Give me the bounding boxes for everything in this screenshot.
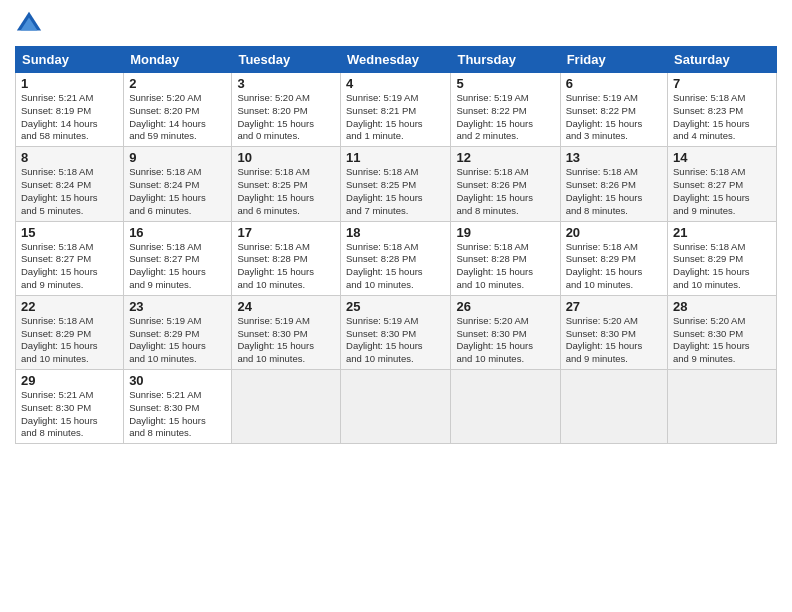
calendar-cell: 9Sunrise: 5:18 AMSunset: 8:24 PMDaylight…: [124, 147, 232, 221]
col-friday: Friday: [560, 47, 667, 73]
calendar-cell: 11Sunrise: 5:18 AMSunset: 8:25 PMDayligh…: [341, 147, 451, 221]
cell-details: Sunrise: 5:20 AMSunset: 8:30 PMDaylight:…: [566, 315, 662, 366]
calendar-cell: 24Sunrise: 5:19 AMSunset: 8:30 PMDayligh…: [232, 295, 341, 369]
cell-details: Sunrise: 5:21 AMSunset: 8:19 PMDaylight:…: [21, 92, 118, 143]
calendar-cell: 3Sunrise: 5:20 AMSunset: 8:20 PMDaylight…: [232, 73, 341, 147]
day-number: 15: [21, 225, 118, 240]
col-wednesday: Wednesday: [341, 47, 451, 73]
calendar-cell: 12Sunrise: 5:18 AMSunset: 8:26 PMDayligh…: [451, 147, 560, 221]
calendar-cell: 22Sunrise: 5:18 AMSunset: 8:29 PMDayligh…: [16, 295, 124, 369]
day-number: 30: [129, 373, 226, 388]
calendar-week-1: 1Sunrise: 5:21 AMSunset: 8:19 PMDaylight…: [16, 73, 777, 147]
calendar-cell: 28Sunrise: 5:20 AMSunset: 8:30 PMDayligh…: [668, 295, 777, 369]
day-number: 21: [673, 225, 771, 240]
day-number: 11: [346, 150, 445, 165]
day-number: 22: [21, 299, 118, 314]
cell-details: Sunrise: 5:19 AMSunset: 8:21 PMDaylight:…: [346, 92, 445, 143]
cell-details: Sunrise: 5:18 AMSunset: 8:23 PMDaylight:…: [673, 92, 771, 143]
day-number: 12: [456, 150, 554, 165]
calendar-cell: 5Sunrise: 5:19 AMSunset: 8:22 PMDaylight…: [451, 73, 560, 147]
col-sunday: Sunday: [16, 47, 124, 73]
day-number: 26: [456, 299, 554, 314]
day-number: 6: [566, 76, 662, 91]
day-number: 23: [129, 299, 226, 314]
cell-details: Sunrise: 5:20 AMSunset: 8:30 PMDaylight:…: [673, 315, 771, 366]
day-number: 14: [673, 150, 771, 165]
cell-details: Sunrise: 5:19 AMSunset: 8:29 PMDaylight:…: [129, 315, 226, 366]
cell-details: Sunrise: 5:18 AMSunset: 8:27 PMDaylight:…: [21, 241, 118, 292]
calendar-cell: 6Sunrise: 5:19 AMSunset: 8:22 PMDaylight…: [560, 73, 667, 147]
cell-details: Sunrise: 5:18 AMSunset: 8:27 PMDaylight:…: [129, 241, 226, 292]
day-number: 24: [237, 299, 335, 314]
calendar-week-5: 29Sunrise: 5:21 AMSunset: 8:30 PMDayligh…: [16, 370, 777, 444]
logo: [15, 10, 45, 38]
cell-details: Sunrise: 5:18 AMSunset: 8:26 PMDaylight:…: [566, 166, 662, 217]
page: Sunday Monday Tuesday Wednesday Thursday…: [0, 0, 792, 612]
calendar-cell: 7Sunrise: 5:18 AMSunset: 8:23 PMDaylight…: [668, 73, 777, 147]
calendar-cell: 25Sunrise: 5:19 AMSunset: 8:30 PMDayligh…: [341, 295, 451, 369]
day-number: 8: [21, 150, 118, 165]
cell-details: Sunrise: 5:20 AMSunset: 8:20 PMDaylight:…: [237, 92, 335, 143]
calendar-cell: 1Sunrise: 5:21 AMSunset: 8:19 PMDaylight…: [16, 73, 124, 147]
day-number: 18: [346, 225, 445, 240]
day-number: 13: [566, 150, 662, 165]
cell-details: Sunrise: 5:20 AMSunset: 8:30 PMDaylight:…: [456, 315, 554, 366]
day-number: 10: [237, 150, 335, 165]
calendar-cell: [451, 370, 560, 444]
cell-details: Sunrise: 5:18 AMSunset: 8:24 PMDaylight:…: [129, 166, 226, 217]
day-number: 27: [566, 299, 662, 314]
calendar-cell: [668, 370, 777, 444]
calendar-cell: 20Sunrise: 5:18 AMSunset: 8:29 PMDayligh…: [560, 221, 667, 295]
day-number: 17: [237, 225, 335, 240]
day-number: 9: [129, 150, 226, 165]
day-number: 16: [129, 225, 226, 240]
cell-details: Sunrise: 5:18 AMSunset: 8:28 PMDaylight:…: [237, 241, 335, 292]
cell-details: Sunrise: 5:21 AMSunset: 8:30 PMDaylight:…: [129, 389, 226, 440]
calendar-cell: 4Sunrise: 5:19 AMSunset: 8:21 PMDaylight…: [341, 73, 451, 147]
day-number: 2: [129, 76, 226, 91]
cell-details: Sunrise: 5:18 AMSunset: 8:29 PMDaylight:…: [673, 241, 771, 292]
cell-details: Sunrise: 5:19 AMSunset: 8:22 PMDaylight:…: [566, 92, 662, 143]
day-number: 25: [346, 299, 445, 314]
cell-details: Sunrise: 5:19 AMSunset: 8:22 PMDaylight:…: [456, 92, 554, 143]
day-number: 5: [456, 76, 554, 91]
calendar-cell: 21Sunrise: 5:18 AMSunset: 8:29 PMDayligh…: [668, 221, 777, 295]
calendar-cell: 29Sunrise: 5:21 AMSunset: 8:30 PMDayligh…: [16, 370, 124, 444]
calendar-cell: 18Sunrise: 5:18 AMSunset: 8:28 PMDayligh…: [341, 221, 451, 295]
calendar-header-row: Sunday Monday Tuesday Wednesday Thursday…: [16, 47, 777, 73]
calendar-cell: 27Sunrise: 5:20 AMSunset: 8:30 PMDayligh…: [560, 295, 667, 369]
calendar-week-3: 15Sunrise: 5:18 AMSunset: 8:27 PMDayligh…: [16, 221, 777, 295]
cell-details: Sunrise: 5:19 AMSunset: 8:30 PMDaylight:…: [346, 315, 445, 366]
calendar-cell: 26Sunrise: 5:20 AMSunset: 8:30 PMDayligh…: [451, 295, 560, 369]
col-tuesday: Tuesday: [232, 47, 341, 73]
logo-icon: [15, 10, 43, 38]
cell-details: Sunrise: 5:20 AMSunset: 8:20 PMDaylight:…: [129, 92, 226, 143]
calendar-week-2: 8Sunrise: 5:18 AMSunset: 8:24 PMDaylight…: [16, 147, 777, 221]
day-number: 28: [673, 299, 771, 314]
cell-details: Sunrise: 5:18 AMSunset: 8:29 PMDaylight:…: [566, 241, 662, 292]
calendar-cell: 14Sunrise: 5:18 AMSunset: 8:27 PMDayligh…: [668, 147, 777, 221]
cell-details: Sunrise: 5:18 AMSunset: 8:26 PMDaylight:…: [456, 166, 554, 217]
cell-details: Sunrise: 5:18 AMSunset: 8:24 PMDaylight:…: [21, 166, 118, 217]
calendar-cell: 2Sunrise: 5:20 AMSunset: 8:20 PMDaylight…: [124, 73, 232, 147]
day-number: 29: [21, 373, 118, 388]
col-monday: Monday: [124, 47, 232, 73]
calendar-cell: 16Sunrise: 5:18 AMSunset: 8:27 PMDayligh…: [124, 221, 232, 295]
day-number: 4: [346, 76, 445, 91]
day-number: 3: [237, 76, 335, 91]
calendar-cell: 23Sunrise: 5:19 AMSunset: 8:29 PMDayligh…: [124, 295, 232, 369]
header: [15, 10, 777, 38]
cell-details: Sunrise: 5:21 AMSunset: 8:30 PMDaylight:…: [21, 389, 118, 440]
cell-details: Sunrise: 5:18 AMSunset: 8:25 PMDaylight:…: [237, 166, 335, 217]
day-number: 7: [673, 76, 771, 91]
calendar-cell: [232, 370, 341, 444]
cell-details: Sunrise: 5:18 AMSunset: 8:28 PMDaylight:…: [456, 241, 554, 292]
cell-details: Sunrise: 5:18 AMSunset: 8:25 PMDaylight:…: [346, 166, 445, 217]
calendar-cell: 8Sunrise: 5:18 AMSunset: 8:24 PMDaylight…: [16, 147, 124, 221]
day-number: 20: [566, 225, 662, 240]
col-thursday: Thursday: [451, 47, 560, 73]
calendar-cell: 30Sunrise: 5:21 AMSunset: 8:30 PMDayligh…: [124, 370, 232, 444]
calendar-cell: 15Sunrise: 5:18 AMSunset: 8:27 PMDayligh…: [16, 221, 124, 295]
day-number: 1: [21, 76, 118, 91]
day-number: 19: [456, 225, 554, 240]
